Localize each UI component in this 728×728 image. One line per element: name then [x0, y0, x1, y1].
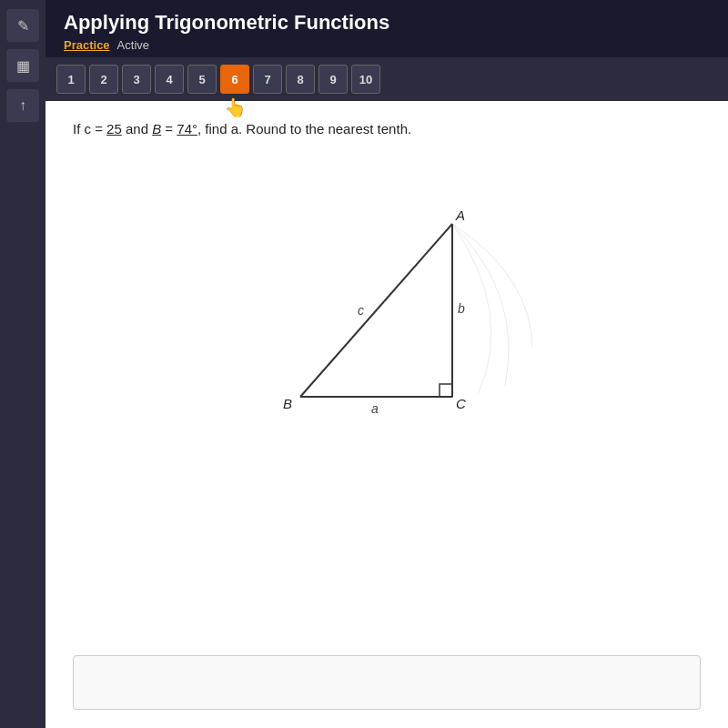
diagram-container: A B C c b a — [73, 158, 701, 459]
triangle-diagram: A B C c b a — [241, 167, 532, 440]
sidebar-icon-calculator[interactable]: ▦ — [6, 49, 39, 82]
svg-rect-3 — [440, 384, 452, 397]
main-panel: Applying Trigonometric Functions Practic… — [46, 0, 728, 728]
practice-label[interactable]: Practice — [64, 38, 110, 52]
side-b-label: b — [458, 301, 465, 316]
tab-4[interactable]: 4 — [155, 65, 184, 94]
tab-8[interactable]: 8 — [286, 65, 315, 94]
tab-6[interactable]: 6 👆 — [220, 65, 249, 94]
vertex-a-label: A — [455, 207, 465, 223]
tab-2[interactable]: 2 — [89, 65, 118, 94]
tabs-bar: 1 2 3 4 5 6 👆 7 8 9 10 — [46, 57, 728, 101]
tab-9[interactable]: 9 — [318, 65, 348, 94]
tab-10[interactable]: 10 — [351, 65, 380, 94]
sidebar-icon-pencil[interactable]: ✎ — [6, 9, 39, 42]
tab-3[interactable]: 3 — [122, 65, 151, 94]
answer-input-box[interactable] — [73, 655, 701, 710]
tab-5[interactable]: 5 — [187, 65, 217, 94]
svg-line-2 — [300, 224, 452, 397]
sidebar: ✎ ▦ ↑ — [0, 0, 46, 728]
vertex-b-label: B — [283, 396, 292, 411]
side-a-label: a — [371, 401, 379, 416]
content-area: If c = 25 and B = 74°, find a. Round to … — [46, 101, 728, 728]
side-c-label: c — [358, 303, 364, 318]
header-subtitle: Practice Active — [64, 38, 710, 52]
tab-1[interactable]: 1 — [56, 65, 86, 94]
vertex-c-label: C — [456, 396, 466, 411]
header: Applying Trigonometric Functions Practic… — [46, 0, 728, 57]
sidebar-icon-arrow[interactable]: ↑ — [6, 89, 39, 122]
page-title: Applying Trigonometric Functions — [64, 11, 710, 35]
question-text: If c = 25 and B = 74°, find a. Round to … — [73, 119, 701, 140]
active-label: Active — [117, 38, 149, 52]
tab-7[interactable]: 7 — [253, 65, 282, 94]
